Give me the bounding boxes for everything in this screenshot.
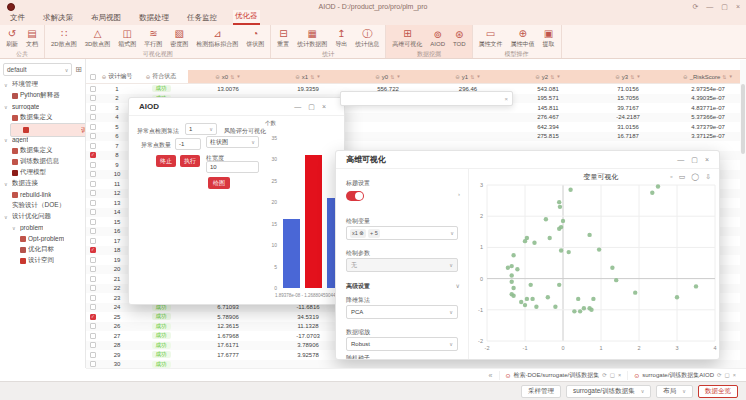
- refresh-icon[interactable]: ⟳: [692, 2, 698, 11]
- tree-item-rebuild-link[interactable]: rebuild-link: [0, 189, 85, 200]
- tree-item-训练数据信息[interactable]: 训练数据信息: [10, 123, 86, 137]
- stop-button[interactable]: 终止: [156, 155, 176, 167]
- close-icon[interactable]: ×: [733, 372, 736, 378]
- row-checkbox[interactable]: [90, 133, 96, 139]
- tree-item-Python解释器[interactable]: Python解释器: [0, 90, 85, 101]
- ribbon-button-属性中值[interactable]: ⊕属性中值: [507, 28, 539, 49]
- hide-column-icon[interactable]: ⊖: [455, 74, 460, 80]
- close-button[interactable]: ×: [705, 155, 709, 165]
- footer-button-数据全览[interactable]: 数据全览: [698, 385, 738, 398]
- ribbon-button-AIOD[interactable]: ⊚AIOD: [426, 29, 449, 47]
- maximize-button[interactable]: ▢: [308, 102, 315, 112]
- hide-column-icon[interactable]: ⊖: [215, 74, 220, 80]
- hide-column-icon[interactable]: ⊖: [102, 74, 107, 80]
- ribbon-button-文档[interactable]: ▤文档: [22, 28, 42, 49]
- row-checkbox[interactable]: [90, 295, 96, 301]
- hide-column-icon[interactable]: ⊖: [295, 74, 300, 80]
- row-checkbox[interactable]: [90, 143, 96, 149]
- sort-icon[interactable]: ⇅: [722, 74, 726, 80]
- column-header-x0[interactable]: ⊖x0⇅▼: [188, 70, 268, 84]
- hide-column-icon[interactable]: ⊖: [146, 74, 151, 80]
- menu-tab-布局视图[interactable]: 布局视图: [89, 12, 123, 25]
- maximize-icon[interactable]: ▢: [610, 372, 615, 378]
- row-checkbox[interactable]: [90, 276, 96, 282]
- tree-item-优化目标[interactable]: 优化目标: [0, 244, 85, 255]
- row-checkbox[interactable]: [90, 228, 96, 234]
- ribbon-button-检测指标拟合图[interactable]: ⊿检测指标拟合图: [192, 28, 242, 49]
- tree-item-Opt-problem[interactable]: Opt-problem: [0, 233, 85, 244]
- tree-item-数据连接[interactable]: ∨数据连接: [0, 178, 85, 189]
- close-button[interactable]: ×: [736, 2, 740, 11]
- detect-algo-select[interactable]: 1 ∨: [185, 123, 217, 135]
- box-select-icon[interactable]: ▭: [679, 173, 686, 181]
- tree-item-数据集定义[interactable]: 数据集定义: [0, 112, 85, 123]
- scale-select[interactable]: Robust ∨: [346, 337, 458, 351]
- crop-icon[interactable]: ▫: [670, 173, 672, 181]
- plot-button[interactable]: 绘图: [208, 177, 230, 189]
- row-checkbox[interactable]: [90, 361, 96, 367]
- caret-down-icon[interactable]: ∨: [4, 214, 10, 220]
- caret-down-icon[interactable]: ∨: [4, 181, 10, 187]
- scheme-select[interactable]: default ∨: [3, 63, 72, 76]
- hide-column-icon[interactable]: ⊖: [683, 74, 688, 80]
- tree-item-环境管理[interactable]: ∨环境管理: [0, 79, 85, 90]
- row-checkbox[interactable]: [90, 342, 96, 348]
- advanced-section-label[interactable]: 高级设置: [346, 282, 370, 291]
- tree-item-实验设计（DOE）[interactable]: 实验设计（DOE）: [0, 200, 85, 211]
- download-icon[interactable]: ⇩: [705, 173, 711, 181]
- ribbon-button-2D散点图[interactable]: ∷2D散点图: [47, 28, 81, 49]
- select-all-checkbox[interactable]: [86, 70, 100, 84]
- column-header-y2[interactable]: ⊖y2⇅▼: [508, 70, 588, 84]
- minimize-button[interactable]: —: [706, 2, 713, 11]
- column-header-y3[interactable]: ⊖y3⇅▼: [588, 70, 668, 84]
- caret-down-icon[interactable]: ∨: [4, 137, 10, 143]
- inline-editor-popup[interactable]: ×: [340, 91, 513, 106]
- filter-icon[interactable]: ▼: [476, 74, 480, 79]
- footer-button-布局[interactable]: 布局∨: [656, 385, 693, 398]
- row-checkbox[interactable]: [90, 190, 96, 196]
- close-icon[interactable]: ×: [618, 372, 621, 378]
- row-checkbox[interactable]: [90, 105, 96, 111]
- footer-button-采样管理[interactable]: 采样管理: [521, 385, 561, 398]
- filter-icon[interactable]: ▼: [396, 74, 400, 79]
- column-header-符合状态[interactable]: ⊖符合状态: [134, 70, 188, 84]
- ribbon-button-平行图[interactable]: ≋平行图: [140, 28, 166, 49]
- hide-column-icon[interactable]: ⊖: [375, 74, 380, 80]
- menu-tab-优化器[interactable]: 优化器: [233, 10, 260, 25]
- hide-column-icon[interactable]: ⊖: [615, 74, 620, 80]
- table-row[interactable]: 30成功: [86, 360, 746, 369]
- risk-vis-select[interactable]: 柱状图 ∨: [206, 136, 259, 148]
- collapse-taskbar-icon[interactable]: «: [489, 372, 493, 379]
- ribbon-button-统计信息[interactable]: ⓘ统计信息: [351, 28, 383, 49]
- row-checkbox[interactable]: [90, 124, 96, 130]
- plot-params-select[interactable]: 无 ∨: [346, 258, 458, 272]
- view-tab[interactable]: ⊙surrogate/训练数据集AIOD⟳▢×: [627, 371, 736, 380]
- sort-icon[interactable]: ⇅: [470, 74, 474, 80]
- row-checkbox[interactable]: [90, 333, 96, 339]
- filter-icon[interactable]: ▼: [729, 74, 733, 79]
- tree-item-代理模型[interactable]: 代理模型: [0, 167, 85, 178]
- row-checkbox[interactable]: [90, 285, 96, 291]
- title-setting-toggle[interactable]: [346, 191, 364, 201]
- filter-icon[interactable]: ▼: [236, 74, 240, 79]
- var-more-tag[interactable]: + 5: [368, 229, 380, 238]
- hide-column-icon[interactable]: ⊖: [535, 74, 540, 80]
- var-tag[interactable]: x1 ⊗: [350, 229, 366, 238]
- footer-button-surrogate/训练数据集[interactable]: surrogate/训练数据集∨: [566, 385, 651, 398]
- column-header-设计编号[interactable]: ⊖设计编号: [100, 70, 134, 84]
- algo-select[interactable]: PCA ∨: [346, 305, 458, 319]
- outlier-count-input[interactable]: -1: [175, 138, 201, 150]
- collapse-icon[interactable]: ∨: [456, 282, 460, 289]
- caret-down-icon[interactable]: ∨: [4, 104, 10, 110]
- plot-vars-multiselect[interactable]: x1 ⊗ + 5 ∨: [346, 226, 458, 240]
- tree-item-训练数据信息[interactable]: 训练数据信息: [0, 156, 85, 167]
- view-tab[interactable]: ⊙检索-DOE/surrogate/训练数据集⟳▢×: [499, 371, 622, 380]
- sort-icon[interactable]: ⇅: [230, 74, 234, 80]
- tree-item-数据集定义[interactable]: 数据集定义: [0, 145, 85, 156]
- tree-item-problem[interactable]: ∨problem: [0, 222, 85, 233]
- tree-item-设计优化问题[interactable]: ∨设计优化问题: [0, 211, 85, 222]
- filter-icon[interactable]: ▼: [636, 74, 640, 79]
- tree-settings-icon[interactable]: ⊞: [75, 65, 82, 74]
- refresh-icon[interactable]: ⟳: [717, 372, 722, 378]
- ribbon-button-箱式图[interactable]: ◫箱式图: [114, 28, 140, 49]
